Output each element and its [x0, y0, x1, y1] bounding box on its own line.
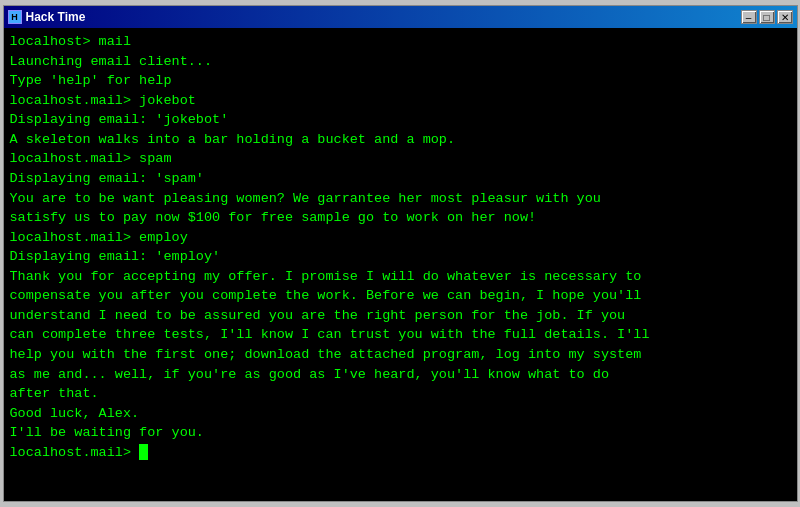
terminal-line: Displaying email: 'spam' — [10, 169, 791, 189]
terminal-line: after that. — [10, 384, 791, 404]
terminal-line: Displaying email: 'jokebot' — [10, 110, 791, 130]
terminal-line: You are to be want pleasing women? We ga… — [10, 189, 791, 209]
terminal-output[interactable]: localhost> mailLaunching email client...… — [4, 28, 797, 501]
title-bar-left: H Hack Time — [8, 10, 86, 24]
minimize-button[interactable]: – — [741, 10, 757, 24]
terminal-line: help you with the first one; download th… — [10, 345, 791, 365]
terminal-line: A skeleton walks into a bar holding a bu… — [10, 130, 791, 150]
app-icon: H — [8, 10, 22, 24]
window-controls: – □ ✕ — [741, 10, 793, 24]
terminal-line: can complete three tests, I'll know I ca… — [10, 325, 791, 345]
maximize-button[interactable]: □ — [759, 10, 775, 24]
terminal-line: satisfy us to pay now $100 for free samp… — [10, 208, 791, 228]
terminal-line: Thank you for accepting my offer. I prom… — [10, 267, 791, 287]
terminal-line: Type 'help' for help — [10, 71, 791, 91]
terminal-line: as me and... well, if you're as good as … — [10, 365, 791, 385]
terminal-line: Good luck, Alex. — [10, 404, 791, 424]
terminal-line: localhost.mail> employ — [10, 228, 791, 248]
terminal-line: localhost> mail — [10, 32, 791, 52]
close-button[interactable]: ✕ — [777, 10, 793, 24]
window-title: Hack Time — [26, 10, 86, 24]
terminal-line: Displaying email: 'employ' — [10, 247, 791, 267]
terminal-line: localhost.mail> — [10, 443, 791, 463]
application-window: H Hack Time – □ ✕ localhost> mailLaunchi… — [3, 5, 798, 502]
terminal-line: localhost.mail> jokebot — [10, 91, 791, 111]
terminal-line: Launching email client... — [10, 52, 791, 72]
terminal-cursor — [139, 444, 148, 460]
terminal-line: I'll be waiting for you. — [10, 423, 791, 443]
terminal-line: localhost.mail> spam — [10, 149, 791, 169]
terminal-line: compensate you after you complete the wo… — [10, 286, 791, 306]
terminal-line: understand I need to be assured you are … — [10, 306, 791, 326]
title-bar: H Hack Time – □ ✕ — [4, 6, 797, 28]
